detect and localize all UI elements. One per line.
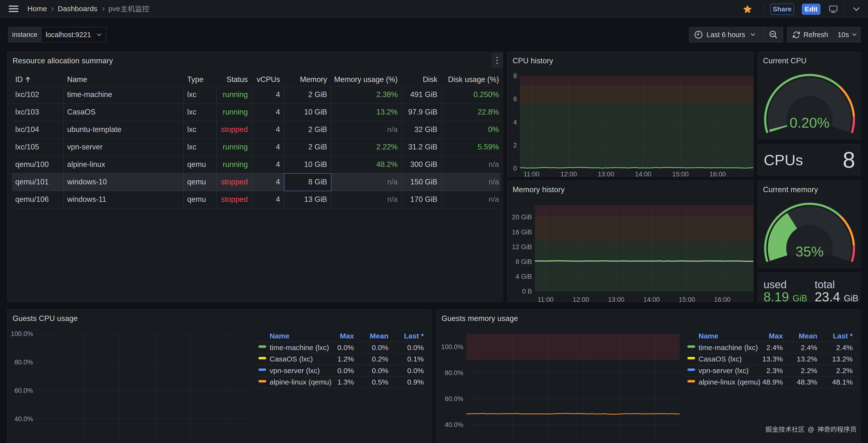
table-header-id[interactable]: ID [15, 73, 61, 86]
legend-header-max[interactable]: Max [769, 332, 783, 340]
table-header-type[interactable]: Type [187, 73, 214, 86]
legend-series-name[interactable]: alpine-linux (qemu) [699, 378, 761, 386]
table-header-disk_usage[interactable]: Disk usage (%) [443, 73, 499, 86]
table-header-disk[interactable]: Disk [403, 73, 437, 86]
table-cell-memory[interactable]: 2 GiB [286, 121, 327, 138]
legend-header-mean[interactable]: Mean [799, 332, 817, 340]
table-cell-mem_usage[interactable]: n/a [333, 173, 398, 191]
table-cell-type[interactable]: lxc [187, 138, 214, 156]
table-cell-status[interactable]: running [218, 104, 248, 121]
table-cell-mem_usage[interactable]: 48.2% [333, 156, 398, 173]
cpu-history-chart[interactable]: 0246811:0012:0013:0014:0015:0016:00 [508, 52, 754, 177]
table-cell-id[interactable]: qemu/101 [15, 173, 61, 191]
share-button[interactable]: Share [770, 4, 794, 15]
table-cell-memory[interactable]: 10 GiB [286, 104, 327, 121]
table-cell-disk_usage[interactable]: n/a [443, 173, 499, 191]
star-icon[interactable] [743, 5, 752, 14]
table-cell-disk[interactable]: 170 GiB [403, 191, 437, 208]
table-header-vcpus[interactable]: vCPUs [254, 73, 280, 86]
legend-series-swatch[interactable] [258, 346, 266, 348]
table-cell-id[interactable]: lxc/103 [15, 104, 61, 121]
legend-series-name[interactable]: alpine-linux (qemu) [270, 378, 332, 386]
table-cell-disk_usage[interactable]: n/a [443, 156, 499, 173]
table-cell-memory[interactable]: 8 GiB [286, 173, 327, 191]
table-cell-mem_usage[interactable]: n/a [333, 191, 398, 208]
legend-header-name[interactable]: Name [699, 332, 718, 340]
legend-series-swatch[interactable] [258, 368, 266, 371]
table-cell-disk_usage[interactable]: 0.250% [443, 86, 499, 104]
legend-header-last[interactable]: Last * [404, 332, 424, 340]
legend-header-mean[interactable]: Mean [370, 332, 389, 340]
table-cell-name[interactable]: time-machine [67, 86, 181, 104]
table-cell-disk[interactable]: 491 GiB [403, 86, 437, 104]
table-cell-disk[interactable]: 150 GiB [403, 173, 437, 191]
refresh-interval-dropdown[interactable]: 10s [833, 27, 862, 42]
table-cell-memory[interactable]: 2 GiB [286, 86, 327, 104]
table-cell-status[interactable]: running [218, 138, 248, 156]
guests-cpu-chart[interactable]: 100.0%80.0%60.0%40.0%20.0%NameMaxMeanLas… [8, 310, 433, 443]
table-cell-vcpus[interactable]: 4 [254, 156, 280, 173]
table-cell-name[interactable]: alpine-linux [67, 156, 181, 173]
guests-memory-chart[interactable]: 100.0%80.0%60.0%40.0%NameMaxMeanLast *ti… [437, 310, 861, 443]
table-cell-status[interactable]: stopped [218, 121, 248, 138]
table-header-mem_usage[interactable]: Memory usage (%) [333, 73, 398, 86]
table-cell-name[interactable]: windows-10 [67, 173, 181, 191]
table-cell-status[interactable]: stopped [218, 173, 248, 191]
table-cell-status[interactable]: running [218, 86, 248, 104]
legend-series-swatch[interactable] [258, 357, 266, 359]
table-cell-disk[interactable]: 300 GiB [403, 156, 437, 173]
table-cell-memory[interactable]: 10 GiB [286, 156, 327, 173]
variable-value-dropdown[interactable]: localhost:9221 [41, 27, 106, 42]
legend-series-name[interactable]: vpn-server (lxc) [699, 366, 749, 375]
table-cell-disk[interactable]: 32 GiB [403, 121, 437, 138]
legend-header-name[interactable]: Name [270, 332, 289, 340]
table-cell-memory[interactable]: 2 GiB [286, 138, 327, 156]
table-cell-name[interactable]: ubuntu-template [67, 121, 181, 138]
table-cell-disk_usage[interactable]: n/a [443, 191, 499, 208]
legend-series-name[interactable]: time-machine (lxc) [270, 344, 329, 352]
tv-icon[interactable] [829, 5, 837, 13]
time-range-picker[interactable]: Last 6 hours [689, 27, 764, 42]
table-cell-disk_usage[interactable]: 5.59% [443, 138, 499, 156]
edit-button[interactable]: Edit [802, 4, 820, 15]
menu-icon[interactable] [9, 6, 19, 12]
legend-series-name[interactable]: CasaOS (lxc) [270, 355, 313, 363]
table-cell-type[interactable]: qemu [187, 156, 214, 173]
table-cell-type[interactable]: qemu [187, 173, 214, 191]
table-cell-vcpus[interactable]: 4 [254, 173, 280, 191]
breadcrumb-home[interactable]: Home [27, 0, 47, 18]
table-cell-mem_usage[interactable]: 2.38% [333, 86, 398, 104]
table-cell-mem_usage[interactable]: 13.2% [333, 104, 398, 121]
table-cell-disk[interactable]: 97.9 GiB [403, 104, 437, 121]
table-cell-type[interactable]: lxc [187, 104, 214, 121]
table-header-status[interactable]: Status [218, 73, 248, 86]
legend-series-name[interactable]: vpn-server (lxc) [270, 366, 320, 375]
table-header-memory[interactable]: Memory [286, 73, 327, 86]
legend-header-max[interactable]: Max [340, 332, 354, 340]
table-cell-disk_usage[interactable]: 0% [443, 121, 499, 138]
table-cell-name[interactable]: CasaOS [67, 104, 181, 121]
legend-series-swatch[interactable] [687, 368, 695, 371]
panel-menu-button[interactable] [491, 53, 503, 68]
refresh-button[interactable]: Refresh [787, 27, 833, 42]
table-cell-type[interactable]: qemu [187, 191, 214, 208]
zoom-out-button[interactable] [764, 27, 783, 42]
table-cell-disk[interactable]: 31.2 GiB [403, 138, 437, 156]
table-cell-name[interactable]: windows-11 [67, 191, 181, 208]
table-cell-status[interactable]: stopped [218, 191, 248, 208]
table-cell-type[interactable]: lxc [187, 86, 214, 104]
table-cell-status[interactable]: running [218, 156, 248, 173]
legend-series-name[interactable]: CasaOS (lxc) [699, 355, 742, 363]
table-cell-mem_usage[interactable]: 2.22% [333, 138, 398, 156]
table-cell-vcpus[interactable]: 4 [254, 104, 280, 121]
table-cell-type[interactable]: lxc [187, 121, 214, 138]
legend-series-name[interactable]: time-machine (lxc) [699, 344, 758, 352]
table-cell-memory[interactable]: 13 GiB [286, 191, 327, 208]
memory-history-chart[interactable]: 0 B4 GiB8 GiB12 GiB16 GiB20 GiB11:0012:0… [508, 181, 754, 302]
table-header-name[interactable]: Name [67, 73, 181, 86]
legend-series-swatch[interactable] [687, 380, 695, 382]
legend-series-swatch[interactable] [687, 346, 695, 348]
table-cell-name[interactable]: vpn-server [67, 138, 181, 156]
table-cell-vcpus[interactable]: 4 [254, 86, 280, 104]
legend-header-last[interactable]: Last * [833, 332, 853, 340]
